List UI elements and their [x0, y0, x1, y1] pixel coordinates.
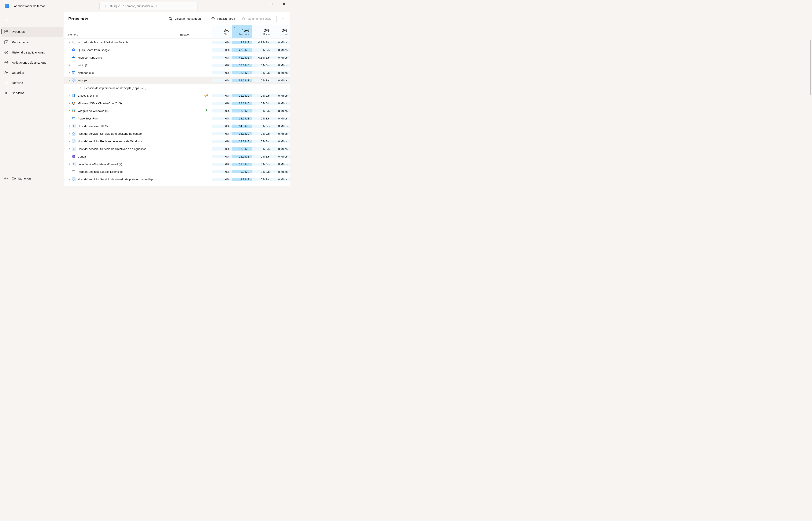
process-row[interactable]: Host del servicio: Registro de eventos d… [64, 137, 290, 145]
process-row[interactable]: PowerToys.Run0%18.5 MB0 MB/s0 Mbps [64, 115, 290, 122]
nav-processes[interactable]: Procesos [1, 27, 63, 37]
gear-icon [72, 78, 75, 82]
hamburger-button[interactable] [2, 15, 11, 23]
minimize-button[interactable] [253, 0, 266, 8]
cell-network: 0 Mbps [272, 64, 290, 67]
cell-disk: 0.1 MB/s [252, 41, 272, 44]
column-network[interactable]: 0% Red [272, 25, 290, 38]
process-row[interactable]: Host del servicio: Servicio de repositor… [64, 130, 290, 137]
column-disk[interactable]: 0% Disco [252, 25, 272, 38]
process-row[interactable]: Widgets de Windows (8)0%18.8 MB0 MB/s0 M… [64, 107, 290, 115]
expander[interactable] [67, 163, 72, 165]
svg-line-27 [212, 18, 214, 20]
svg-point-20 [5, 92, 7, 94]
cell-memory: 12.1 MB [232, 155, 252, 158]
process-name: PowerToys.Run [77, 117, 98, 120]
expander[interactable] [67, 41, 72, 44]
nav-services[interactable]: Servicios [0, 88, 64, 98]
cell-name: Microsoft Office Click-to-Run (SxS) [64, 101, 180, 105]
settings-icon [4, 177, 8, 180]
expander[interactable] [67, 102, 72, 105]
sort-chevron-icon [233, 26, 235, 28]
process-row[interactable]: Notepad.exe0%32.2 MB0 MB/s0 Mbps [64, 69, 290, 76]
process-row[interactable]: wsappx0%32.1 MB0 MB/s0 Mbps [64, 76, 290, 84]
svg-rect-11 [5, 32, 6, 33]
nav-history[interactable]: Historial de aplicaciones [0, 47, 64, 58]
expander[interactable] [67, 178, 72, 181]
process-row[interactable]: Host de servicios: UtcSvc0%14.5 MB0 MB/s… [64, 122, 290, 130]
svg-point-16 [6, 72, 7, 73]
svg-text:C: C [73, 156, 74, 158]
nav-settings[interactable]: Configuración [0, 173, 64, 183]
cell-disk: 0 MB/s [252, 124, 272, 128]
process-row[interactable]: LocalServiceNoNetworkFirewall (2)0%11.5 … [64, 160, 290, 168]
expander[interactable] [67, 124, 72, 128]
maximize-button[interactable] [266, 0, 278, 8]
end-task-button[interactable]: Finalizar tarea [208, 15, 238, 23]
nav-users[interactable]: Usuarios [0, 68, 64, 78]
gear-small-icon [78, 86, 82, 90]
column-status[interactable]: Estado [180, 25, 212, 38]
cell-network: 0 Mbps [272, 102, 290, 105]
svg-point-55 [73, 133, 74, 134]
cell-network: 0 Mbps [272, 109, 290, 112]
process-row[interactable]: Host del servicio: Servicio de usuario d… [64, 176, 290, 183]
onedrive-icon [72, 55, 75, 60]
svg-rect-3 [271, 3, 273, 5]
phone-icon [72, 94, 75, 97]
search-input[interactable] [110, 4, 194, 8]
cell-disk: 0 MB/s [252, 155, 272, 158]
process-name: Canva [77, 155, 86, 158]
process-row[interactable]: Inicio (2)0%37.1 MB0 MB/s0 Mbps [64, 61, 290, 69]
svg-rect-48 [72, 110, 73, 111]
process-row[interactable]: Indizador de Microsoft Windows Search0%4… [64, 39, 290, 46]
svg-rect-62 [72, 171, 73, 172]
process-row[interactable]: Microsoft OneDrive0%41.9 MB0.1 MB/s0 Mbp… [64, 54, 290, 61]
more-button[interactable] [279, 18, 286, 19]
expander[interactable] [67, 148, 72, 150]
gear-icon [72, 147, 75, 151]
search-icon [104, 5, 106, 7]
process-row[interactable]: Microsoft Office Click-to-Run (SxS)0%28.… [64, 99, 290, 107]
process-row[interactable]: CCanva0%12.1 MB0 MB/s0 Mbps [64, 153, 290, 160]
close-button[interactable] [278, 0, 290, 8]
column-cpu[interactable]: 3% CPU [212, 25, 232, 38]
efficiency-mode-button[interactable]: Modo de eficiencia [239, 15, 274, 23]
expander[interactable] [67, 109, 72, 112]
cell-disk: 0 MB/s [252, 71, 272, 74]
process-row[interactable]: Servicio de implementación de AppX (AppX… [64, 84, 290, 92]
svg-point-60 [73, 164, 74, 165]
column-name[interactable]: Nombre [64, 25, 180, 38]
run-new-task-button[interactable]: Ejecutar nueva tarea [166, 15, 204, 23]
efficiency-label: Modo de eficiencia [247, 17, 271, 20]
process-row[interactable]: Enlace Móvil (4)0%31.3 MB0 MB/s0 Mbps [64, 92, 290, 99]
svg-point-31 [72, 41, 74, 43]
cell-cpu: 0% [212, 170, 232, 173]
process-row[interactable]: Quick Share from Google0%43.8 MB0 MB/s0 … [64, 46, 290, 54]
cell-network: 0 Mbps [272, 124, 290, 128]
search-box[interactable] [99, 2, 198, 10]
cell-memory: 37.1 MB [232, 64, 252, 67]
users-icon [4, 71, 8, 75]
process-name: Host de servicios: UtcSvc [77, 124, 110, 128]
efficiency-icon [242, 17, 245, 21]
svg-point-21 [5, 178, 7, 179]
nav-startup[interactable]: Aplicaciones de arranque [0, 58, 64, 68]
cell-cpu: 0% [212, 56, 232, 59]
cell-name: Host del servicio: Servicio de usuario d… [64, 177, 180, 181]
column-memory[interactable]: 45% Memoria [232, 25, 252, 38]
expander[interactable] [67, 140, 72, 143]
expander[interactable] [67, 94, 72, 97]
expander[interactable] [67, 132, 72, 135]
radeon-icon [72, 170, 75, 174]
process-name: Host del servicio: Servicio de usuario d… [77, 178, 155, 181]
svg-rect-35 [72, 71, 75, 72]
process-row[interactable]: Host del servicio: Servicio de directiva… [64, 145, 290, 153]
expander[interactable] [67, 71, 72, 74]
nav-performance[interactable]: Rendimiento [0, 37, 64, 47]
process-row[interactable]: Radeon Settings: Source Extension0%9.0 M… [64, 168, 290, 176]
svg-rect-10 [6, 30, 7, 31]
nav-details[interactable]: Detalles [0, 78, 64, 88]
expander[interactable] [67, 64, 72, 67]
expander[interactable] [67, 79, 72, 82]
